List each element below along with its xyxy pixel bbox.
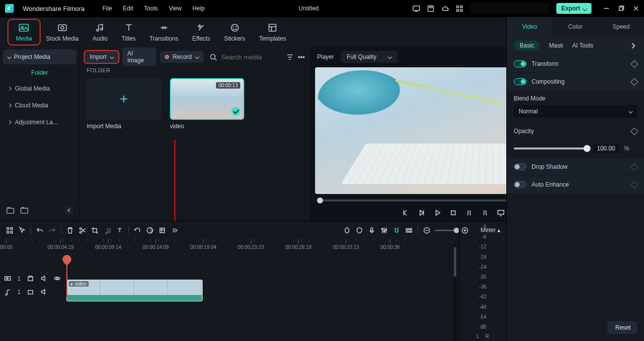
stop-icon[interactable] — [449, 209, 457, 217]
keyframe-icon[interactable] — [631, 60, 639, 68]
ratio-icon[interactable] — [405, 227, 413, 234]
playhead[interactable] — [66, 256, 67, 297]
crop2-icon[interactable] — [159, 227, 166, 234]
shield-icon[interactable] — [356, 227, 363, 234]
tab-transitions[interactable]: Transitions — [143, 20, 185, 44]
filter-icon[interactable] — [286, 53, 294, 61]
subtab-ai-tools[interactable]: AI Tools — [572, 42, 593, 49]
quality-select[interactable]: Full Quality — [341, 51, 397, 63]
timeline-ruler[interactable]: 00:0000:00:04:1900:00:09:1400:00:14:0900… — [0, 239, 506, 256]
tab-stickers[interactable]: Stickers — [217, 20, 252, 44]
record-button[interactable]: Record — [160, 51, 204, 63]
transform-row[interactable]: Transform — [507, 55, 644, 72]
split-icon[interactable] — [79, 227, 86, 234]
mixer-icon[interactable] — [380, 227, 388, 234]
keyframe-icon[interactable] — [631, 78, 639, 86]
track-lane-area[interactable]: ▸ video — [65, 256, 506, 297]
zoom-slider[interactable] — [434, 230, 457, 231]
media-tile-video[interactable]: 00:00:13 video — [170, 78, 244, 130]
new-bin-icon[interactable] — [20, 206, 29, 215]
window-minimize-icon[interactable] — [603, 5, 609, 11]
text-icon[interactable] — [116, 227, 123, 234]
menu-view[interactable]: View — [169, 5, 182, 12]
export-button[interactable]: Export — [556, 3, 591, 14]
autoenhance-toggle[interactable] — [514, 181, 527, 188]
mark-out-icon[interactable] — [481, 209, 489, 217]
undo-icon[interactable] — [36, 227, 44, 234]
crop-icon[interactable] — [91, 227, 99, 234]
display-icon[interactable] — [497, 209, 505, 217]
import-tile[interactable]: + Import Media — [87, 78, 161, 130]
timeline-clip[interactable]: ▸ video — [66, 280, 203, 301]
project-media-button[interactable]: Project Media — [3, 49, 76, 64]
keyframe-icon[interactable] — [631, 163, 639, 171]
cloud-icon[interactable] — [441, 5, 449, 12]
autoenhance-row[interactable]: Auto Enhance — [507, 176, 644, 193]
search-input[interactable] — [221, 53, 280, 61]
ai-image-button[interactable]: AI Image — [122, 48, 156, 66]
save-icon[interactable] — [427, 5, 434, 12]
sidebar-item-cloud[interactable]: Cloud Media — [3, 98, 76, 113]
tab-titles[interactable]: Titles — [114, 20, 142, 44]
window-restore-icon[interactable] — [618, 5, 624, 11]
transform-toggle[interactable] — [514, 60, 527, 67]
prev-frame-icon[interactable] — [402, 209, 410, 217]
subtab-mask[interactable]: Mask — [549, 42, 563, 49]
mute-icon[interactable] — [40, 288, 48, 295]
monitor-icon[interactable] — [413, 5, 420, 12]
reset-button[interactable]: Reset — [607, 321, 637, 334]
zoom-out-icon[interactable] — [423, 227, 430, 234]
opacity-value[interactable]: 100.00 — [593, 144, 619, 153]
tab-media[interactable]: Media — [9, 20, 39, 44]
menu-file[interactable]: File — [103, 5, 112, 12]
more-tools-icon[interactable] — [171, 227, 178, 234]
inspector-tab-video[interactable]: Video — [507, 17, 552, 37]
dropshadow-toggle[interactable] — [514, 163, 527, 170]
redo-icon[interactable] — [49, 227, 56, 234]
compositing-toggle[interactable] — [514, 78, 527, 85]
chevron-right-icon[interactable] — [630, 42, 637, 49]
tab-audio[interactable]: Audio — [86, 20, 115, 44]
opacity-slider[interactable] — [514, 147, 588, 149]
dropshadow-row[interactable]: Drop Shadow — [507, 158, 644, 175]
new-folder-icon[interactable] — [6, 206, 15, 215]
sidebar-item-adjustment[interactable]: Adjustment La... — [3, 115, 76, 130]
collapse-sidebar-icon[interactable] — [64, 206, 73, 215]
blend-select[interactable]: Normal — [514, 105, 637, 118]
keyframe-icon[interactable] — [631, 127, 639, 135]
play-icon[interactable] — [433, 209, 441, 217]
mark-in-icon[interactable] — [465, 209, 473, 217]
mute-icon[interactable] — [40, 275, 48, 282]
eye-icon[interactable] — [54, 275, 61, 282]
folder-label[interactable]: Folder — [3, 66, 76, 79]
cursor-icon[interactable] — [18, 227, 26, 234]
speed-icon[interactable] — [104, 227, 111, 234]
compositing-row[interactable]: Compositing — [507, 73, 644, 90]
window-close-icon[interactable] — [633, 5, 639, 11]
subtab-basic[interactable]: Basic — [514, 41, 540, 50]
timeline-scrollbar[interactable] — [453, 244, 457, 341]
sidebar-item-global[interactable]: Global Media — [3, 81, 76, 96]
inspector-tab-speed[interactable]: Speed — [598, 17, 644, 37]
keyframe-icon[interactable] — [631, 181, 639, 189]
apps-icon[interactable] — [456, 5, 463, 12]
mic-icon[interactable] — [368, 227, 376, 234]
magnet-icon[interactable] — [393, 227, 400, 234]
account-pill[interactable] — [470, 3, 549, 14]
more-icon[interactable] — [298, 53, 305, 61]
search-box[interactable] — [208, 51, 282, 63]
delete-icon[interactable] — [66, 227, 74, 234]
tab-stock-media[interactable]: Stock Media — [39, 20, 86, 44]
menu-edit[interactable]: Edit — [123, 5, 133, 12]
rotate-icon[interactable] — [134, 227, 141, 234]
marker-icon[interactable] — [343, 227, 351, 234]
grid-icon[interactable] — [6, 227, 13, 234]
tab-effects[interactable]: Effects — [185, 20, 217, 44]
menu-help[interactable]: Help — [193, 5, 205, 12]
inspector-tab-color[interactable]: Color — [552, 17, 598, 37]
import-button[interactable]: Import — [85, 51, 118, 63]
play-reverse-icon[interactable] — [418, 209, 426, 217]
tab-templates[interactable]: Templates — [252, 20, 293, 44]
color-icon[interactable] — [146, 227, 154, 234]
menu-tools[interactable]: Tools — [144, 5, 158, 12]
